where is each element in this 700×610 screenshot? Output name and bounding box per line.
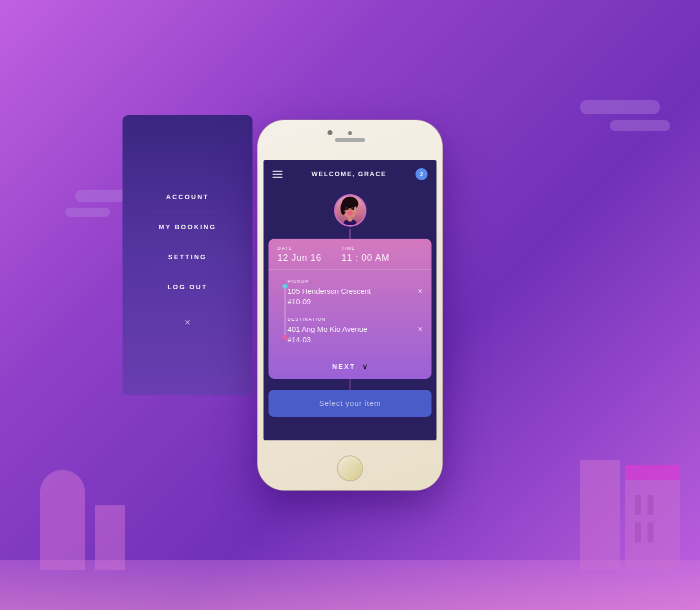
date-field: DATE 12 Jun 16 — [278, 246, 322, 263]
phone-camera — [328, 130, 332, 135]
pickup-address: 105 Henderson Crescent #10-09 — [288, 286, 371, 307]
menu-item-setting[interactable]: SETTING — [122, 242, 252, 272]
phone-frame: WELCOME, GRACE 2 — [258, 120, 442, 490]
side-menu: ACCOUNT MY BOOKING SETTING LOG OUT × — [122, 115, 252, 395]
hamburger-line — [272, 177, 282, 178]
scene: ACCOUNT MY BOOKING SETTING LOG OUT × — [0, 0, 700, 610]
pickup-item: PICKUP 105 Henderson Crescent #10-09 × — [278, 277, 422, 315]
date-label: DATE — [278, 246, 322, 251]
screen-header: WELCOME, GRACE 2 — [264, 160, 436, 188]
destination-label: DESTINATION — [288, 317, 422, 322]
avatar-section — [264, 188, 436, 239]
pickup-row: 105 Henderson Crescent #10-09 × — [288, 286, 422, 307]
cloud-decoration — [65, 208, 110, 217]
avatar-connector — [350, 229, 350, 239]
pickup-label: PICKUP — [288, 279, 422, 284]
building-left-2 — [95, 505, 125, 570]
svg-point-11 — [344, 210, 347, 212]
phone-top-bar — [258, 120, 442, 160]
svg-rect-14 — [348, 216, 352, 221]
select-item-bar[interactable]: Select your item — [268, 390, 432, 417]
destination-address: 401 Ang Mo Kio Avenue #14-03 — [288, 324, 368, 345]
building-top — [625, 465, 680, 480]
svg-point-10 — [349, 209, 351, 212]
building-right-2 — [580, 460, 620, 570]
destination-dot — [282, 335, 288, 340]
menu-item-account[interactable]: ACCOUNT — [122, 182, 252, 212]
card-date-time: DATE 12 Jun 16 TIME 11 : 00 AM — [268, 239, 432, 270]
svg-point-6 — [346, 207, 347, 209]
pickup-dot — [282, 284, 288, 289]
hamburger-button[interactable] — [272, 171, 282, 178]
svg-point-9 — [348, 212, 352, 214]
chevron-down-icon: ∨ — [362, 362, 368, 371]
next-label: NEXT — [332, 363, 356, 370]
svg-point-4 — [346, 207, 348, 210]
svg-point-12 — [352, 210, 356, 212]
destination-item: DESTINATION 401 Ang Mo Kio Avenue #14-03… — [278, 315, 422, 347]
svg-point-7 — [352, 207, 352, 209]
bottom-connector — [350, 379, 350, 390]
location-section: PICKUP 105 Henderson Crescent #10-09 × D… — [268, 270, 432, 354]
select-item-label: Select your item — [319, 399, 381, 407]
menu-item-log-out[interactable]: LOG OUT — [122, 272, 252, 302]
pickup-clear-button[interactable]: × — [418, 287, 422, 296]
cloud-decoration — [610, 120, 670, 131]
svg-point-3 — [340, 202, 346, 214]
time-value: 11 : 00 AM — [342, 253, 390, 263]
hamburger-line — [272, 171, 282, 172]
phone-speaker — [335, 138, 365, 142]
menu-close-button[interactable]: × — [184, 317, 190, 328]
notification-badge[interactable]: 2 — [416, 168, 428, 180]
screen-title: WELCOME, GRACE — [312, 170, 386, 178]
destination-row: 401 Ang Mo Kio Avenue #14-03 × — [288, 324, 422, 345]
building-left-1 — [40, 470, 85, 570]
time-field: TIME 11 : 00 AM — [342, 246, 390, 263]
building-right-1 — [625, 480, 680, 570]
phone-home-button[interactable] — [337, 455, 363, 481]
time-label: TIME — [342, 246, 390, 251]
next-button[interactable]: NEXT ∨ — [268, 354, 432, 379]
phone-camera-center — [348, 131, 352, 135]
booking-card: DATE 12 Jun 16 TIME 11 : 00 AM — [268, 239, 432, 379]
avatar[interactable] — [334, 194, 366, 227]
phone-screen: WELCOME, GRACE 2 — [264, 160, 436, 440]
svg-point-5 — [351, 207, 354, 210]
screen-bottom: Select your item — [264, 379, 436, 417]
menu-item-my-booking[interactable]: MY BOOKING — [122, 212, 252, 242]
timeline — [282, 284, 288, 340]
timeline-line — [284, 289, 286, 335]
date-value: 12 Jun 16 — [278, 253, 322, 263]
avatar-image — [336, 196, 365, 225]
hamburger-line — [272, 174, 282, 175]
cloud-decoration — [580, 100, 660, 114]
destination-clear-button[interactable]: × — [418, 325, 422, 334]
